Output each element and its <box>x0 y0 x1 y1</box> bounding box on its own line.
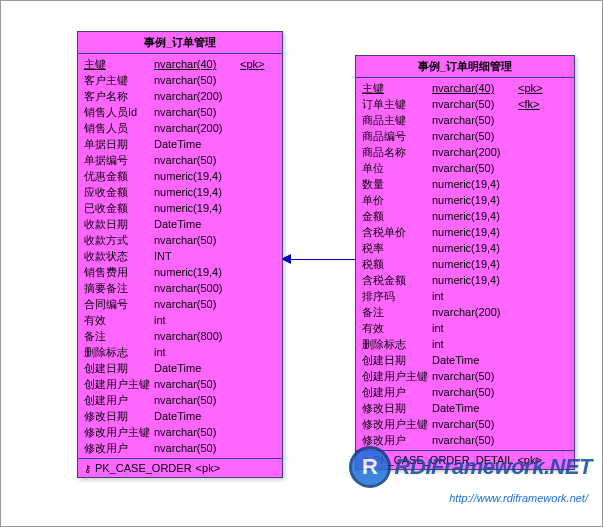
column-key <box>240 232 270 248</box>
column-key <box>518 352 548 368</box>
column-row[interactable]: 单据日期DateTime <box>84 136 276 152</box>
entity-order-detail-constraint: ⚷ PK_CASE_ORDER_DETAIL <pk> <box>356 450 574 469</box>
column-row[interactable]: 创建用户nvarchar(50) <box>84 392 276 408</box>
column-type: numeric(19,4) <box>432 256 518 272</box>
column-name: 金额 <box>362 208 432 224</box>
column-type: int <box>432 288 518 304</box>
column-row[interactable]: 含税单价numeric(19,4) <box>362 224 568 240</box>
column-row[interactable]: 创建用户主键nvarchar(50) <box>84 376 276 392</box>
column-type: nvarchar(50) <box>154 232 240 248</box>
er-diagram-canvas: 事例_订单管理 主键nvarchar(40)<pk>客户主键nvarchar(5… <box>0 0 603 527</box>
column-name: 应收金额 <box>84 184 154 200</box>
column-row[interactable]: 含税金额numeric(19,4) <box>362 272 568 288</box>
column-name: 修改用户主键 <box>84 424 154 440</box>
column-row[interactable]: 单价numeric(19,4) <box>362 192 568 208</box>
column-type: numeric(19,4) <box>432 176 518 192</box>
column-row[interactable]: 修改用户主键nvarchar(50) <box>84 424 276 440</box>
column-key <box>518 176 548 192</box>
column-row[interactable]: 收款方式nvarchar(50) <box>84 232 276 248</box>
constraint-tag: <pk> <box>517 454 541 466</box>
column-key <box>240 88 270 104</box>
column-name: 客户主键 <box>84 72 154 88</box>
column-row[interactable]: 主键nvarchar(40)<pk> <box>362 80 568 96</box>
column-row[interactable]: 数量numeric(19,4) <box>362 176 568 192</box>
column-row[interactable]: 单位nvarchar(50) <box>362 160 568 176</box>
column-name: 修改日期 <box>362 400 432 416</box>
column-row[interactable]: 商品主键nvarchar(50) <box>362 112 568 128</box>
column-row[interactable]: 修改用户nvarchar(50) <box>84 440 276 456</box>
column-row[interactable]: 创建用户nvarchar(50) <box>362 384 568 400</box>
key-icon: ⚷ <box>84 463 91 474</box>
column-row[interactable]: 备注nvarchar(200) <box>362 304 568 320</box>
column-row[interactable]: 税率numeric(19,4) <box>362 240 568 256</box>
column-type: nvarchar(50) <box>432 384 518 400</box>
column-name: 排序码 <box>362 288 432 304</box>
column-name: 删除标志 <box>84 344 154 360</box>
column-name: 订单主键 <box>362 96 432 112</box>
column-key <box>240 440 270 456</box>
column-row[interactable]: 备注nvarchar(800) <box>84 328 276 344</box>
column-name: 优惠金额 <box>84 168 154 184</box>
column-key <box>518 128 548 144</box>
column-row[interactable]: 已收金额numeric(19,4) <box>84 200 276 216</box>
column-row[interactable]: 应收金额numeric(19,4) <box>84 184 276 200</box>
column-row[interactable]: 删除标志int <box>362 336 568 352</box>
column-row[interactable]: 排序码int <box>362 288 568 304</box>
column-type: nvarchar(40) <box>432 80 518 96</box>
column-row[interactable]: 修改用户nvarchar(50) <box>362 432 568 448</box>
column-row[interactable]: 收款状态INT <box>84 248 276 264</box>
column-row[interactable]: 主键nvarchar(40)<pk> <box>84 56 276 72</box>
column-row[interactable]: 金额numeric(19,4) <box>362 208 568 224</box>
column-row[interactable]: 修改用户主键nvarchar(50) <box>362 416 568 432</box>
column-row[interactable]: 销售人员Idnvarchar(50) <box>84 104 276 120</box>
column-key <box>518 272 548 288</box>
column-key <box>240 376 270 392</box>
column-row[interactable]: 销售人员nvarchar(200) <box>84 120 276 136</box>
column-key <box>518 288 548 304</box>
column-row[interactable]: 优惠金额numeric(19,4) <box>84 168 276 184</box>
column-row[interactable]: 修改日期DateTime <box>84 408 276 424</box>
column-name: 修改日期 <box>84 408 154 424</box>
column-name: 修改用户 <box>362 432 432 448</box>
column-row[interactable]: 客户名称nvarchar(200) <box>84 88 276 104</box>
column-row[interactable]: 税额numeric(19,4) <box>362 256 568 272</box>
column-row[interactable]: 创建日期DateTime <box>362 352 568 368</box>
column-name: 单据日期 <box>84 136 154 152</box>
column-row[interactable]: 创建用户主键nvarchar(50) <box>362 368 568 384</box>
constraint-name: PK_CASE_ORDER <box>95 462 192 474</box>
column-name: 销售人员Id <box>84 104 154 120</box>
column-row[interactable]: 创建日期DateTime <box>84 360 276 376</box>
column-row[interactable]: 商品名称nvarchar(200) <box>362 144 568 160</box>
column-row[interactable]: 摘要备注nvarchar(500) <box>84 280 276 296</box>
column-key <box>240 120 270 136</box>
column-type: DateTime <box>154 408 240 424</box>
column-row[interactable]: 客户主键nvarchar(50) <box>84 72 276 88</box>
entity-order-detail-columns: 主键nvarchar(40)<pk>订单主键nvarchar(50)<fk>商品… <box>356 78 574 450</box>
column-key <box>518 240 548 256</box>
column-row[interactable]: 销售费用numeric(19,4) <box>84 264 276 280</box>
column-type: nvarchar(50) <box>432 128 518 144</box>
column-row[interactable]: 订单主键nvarchar(50)<fk> <box>362 96 568 112</box>
column-row[interactable]: 合同编号nvarchar(50) <box>84 296 276 312</box>
column-name: 创建用户 <box>362 384 432 400</box>
column-row[interactable]: 收款日期DateTime <box>84 216 276 232</box>
column-row[interactable]: 有效int <box>362 320 568 336</box>
entity-order[interactable]: 事例_订单管理 主键nvarchar(40)<pk>客户主键nvarchar(5… <box>77 31 283 478</box>
entity-order-title: 事例_订单管理 <box>78 32 282 54</box>
column-name: 含税金额 <box>362 272 432 288</box>
column-name: 有效 <box>362 320 432 336</box>
column-key <box>518 384 548 400</box>
column-row[interactable]: 商品编号nvarchar(50) <box>362 128 568 144</box>
entity-order-detail[interactable]: 事例_订单明细管理 主键nvarchar(40)<pk>订单主键nvarchar… <box>355 55 575 470</box>
column-type: nvarchar(50) <box>154 72 240 88</box>
column-row[interactable]: 删除标志int <box>84 344 276 360</box>
column-name: 主键 <box>84 56 154 72</box>
column-row[interactable]: 修改日期DateTime <box>362 400 568 416</box>
column-name: 税率 <box>362 240 432 256</box>
column-row[interactable]: 单据编号nvarchar(50) <box>84 152 276 168</box>
column-type: nvarchar(50) <box>432 96 518 112</box>
column-key <box>240 248 270 264</box>
column-row[interactable]: 有效int <box>84 312 276 328</box>
column-type: nvarchar(50) <box>432 368 518 384</box>
column-key <box>240 296 270 312</box>
